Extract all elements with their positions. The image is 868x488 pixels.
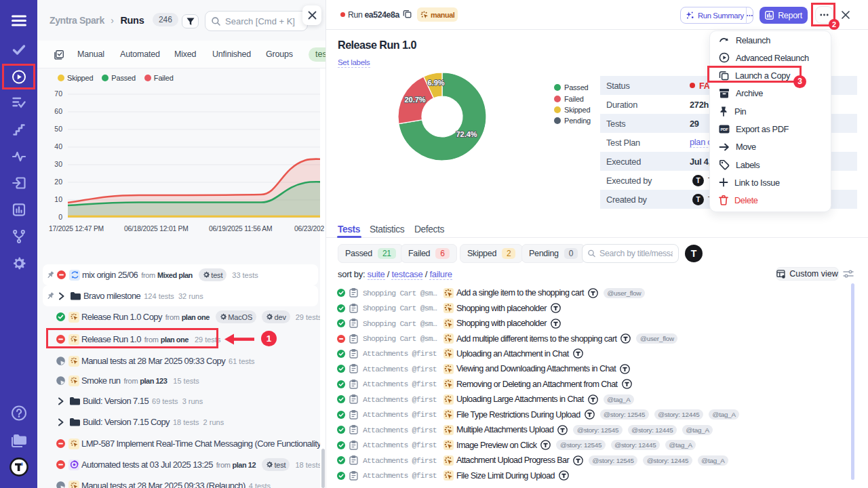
svg-text:0: 0 <box>58 213 62 221</box>
svg-text:40: 40 <box>54 142 62 150</box>
svg-text:30: 30 <box>54 160 62 168</box>
svg-text:70: 70 <box>54 89 62 98</box>
svg-text:PDF: PDF <box>721 127 729 131</box>
svg-text:50: 50 <box>54 125 62 133</box>
svg-text:60: 60 <box>54 107 62 115</box>
svg-text:6.9%: 6.9% <box>427 79 444 87</box>
svg-text:72.4%: 72.4% <box>456 130 477 138</box>
svg-text:10: 10 <box>54 195 62 203</box>
svg-text:20.7%: 20.7% <box>404 96 425 104</box>
svg-text:20: 20 <box>54 178 62 186</box>
